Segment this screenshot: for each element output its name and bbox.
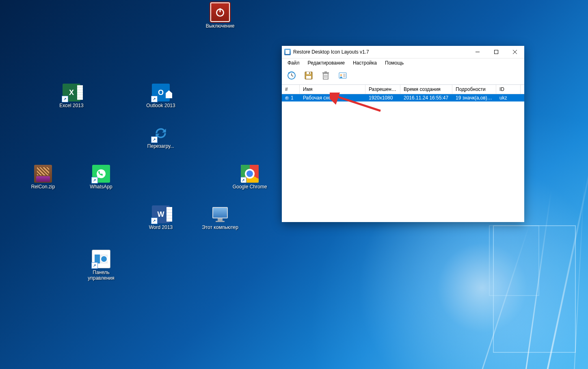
reload-icon: ↗: [152, 124, 170, 142]
desktop-icon-thispc[interactable]: Этот компьютер: [202, 205, 238, 230]
svg-rect-3: [495, 50, 498, 54]
desktop-icon-shutdown[interactable]: Выключение: [202, 2, 238, 29]
desktop-icon-label: Outlook 2013: [143, 103, 179, 108]
app-window[interactable]: Restore Desktop Icon Layouts v1.7 Файл Р…: [282, 46, 524, 222]
toolbar: [282, 67, 524, 85]
cell-index: 1: [282, 95, 300, 101]
window-title: Restore Desktop Icon Layouts v1.7: [293, 49, 369, 55]
cell-name: Рабочая схема: [300, 95, 365, 101]
desktop-icon-whatsapp[interactable]: ↗ WhatsApp: [83, 165, 119, 190]
menu-file[interactable]: Файл: [284, 59, 303, 67]
control-panel-icon: ↗: [92, 250, 110, 268]
menu-help[interactable]: Помощь: [382, 59, 407, 67]
desktop-icon-control-panel[interactable]: ↗ Панель управления: [83, 250, 119, 281]
svg-rect-18: [322, 72, 329, 73]
desktop-icon-label: WhatsApp: [83, 184, 119, 190]
close-button[interactable]: [506, 46, 524, 58]
list-header: # Имя Разрешение ... Время создания Подр…: [282, 85, 524, 94]
desktop-icon-relcon[interactable]: RelCon.zip: [25, 165, 61, 190]
svg-point-21: [340, 74, 342, 76]
desktop-icon-label: Excel 2013: [53, 103, 90, 108]
desktop-icon-label: Перезагру...: [143, 143, 179, 149]
svg-rect-12: [306, 76, 311, 79]
desktop-icon-label: Панель управления: [83, 270, 119, 281]
desktop-icon-restart[interactable]: ↗ Перезагру...: [143, 124, 179, 149]
cell-details: 19 значк(а,ов), help: [452, 95, 496, 101]
svg-line-9: [292, 76, 293, 76]
whatsapp-icon: ↗: [92, 165, 110, 183]
cell-created: 2016.11.24 16:55:47: [400, 95, 452, 101]
archive-icon: [34, 165, 52, 183]
desktop-icon-label: Этот компьютер: [202, 224, 238, 230]
desktop-icon-label: Word 2013: [143, 224, 179, 230]
outlook-icon: ↗: [152, 84, 170, 101]
desktop-icon-label: Google Chrome: [231, 184, 268, 190]
computer-icon: [211, 205, 229, 223]
chrome-icon: ↗: [241, 165, 259, 183]
bullet-icon: [285, 96, 289, 100]
maximize-button[interactable]: [487, 46, 506, 58]
power-icon: [210, 2, 230, 22]
desktop-icon-excel[interactable]: ↗ Excel 2013: [53, 84, 90, 108]
svg-rect-11: [307, 72, 311, 74]
menubar: Файл Редактирование Настройка Помощь: [282, 58, 524, 67]
menu-edit[interactable]: Редактирование: [305, 59, 348, 67]
titlebar[interactable]: Restore Desktop Icon Layouts v1.7: [282, 46, 524, 58]
save-button[interactable]: [301, 69, 316, 82]
column-resolution[interactable]: Разрешение ...: [365, 85, 400, 94]
desktop-icon-outlook[interactable]: ↗ Outlook 2013: [143, 84, 179, 108]
list-body[interactable]: 1 Рабочая схема 1920x1080 2016.11.24 16:…: [282, 94, 524, 222]
about-button[interactable]: [335, 69, 350, 82]
svg-rect-19: [324, 71, 327, 72]
column-id[interactable]: ID: [496, 85, 521, 94]
column-created[interactable]: Время создания: [400, 85, 452, 94]
column-details[interactable]: Подробности: [452, 85, 496, 94]
cell-id: ukz: [496, 95, 521, 101]
app-icon: [284, 49, 291, 55]
desktop-icon-chrome[interactable]: ↗ Google Chrome: [231, 165, 268, 190]
menu-settings[interactable]: Настройка: [350, 59, 380, 67]
delete-button[interactable]: [318, 69, 333, 82]
desktop-icon-word[interactable]: ↗ Word 2013: [143, 205, 179, 230]
restore-button[interactable]: [284, 69, 299, 82]
word-icon: ↗: [152, 205, 170, 223]
minimize-button[interactable]: [468, 46, 487, 58]
table-row[interactable]: 1 Рабочая схема 1920x1080 2016.11.24 16:…: [282, 94, 524, 101]
column-name[interactable]: Имя: [300, 85, 365, 94]
svg-rect-13: [309, 72, 310, 74]
desktop-icon-label: Выключение: [202, 23, 238, 29]
excel-icon: ↗: [63, 84, 80, 101]
column-index[interactable]: #: [282, 85, 300, 94]
desktop-icon-label: RelCon.zip: [25, 184, 61, 190]
cell-resolution: 1920x1080: [365, 95, 400, 101]
desktop[interactable]: Выключение ↗ Excel 2013 ↗ Outlook 2013 ↗…: [0, 0, 588, 369]
